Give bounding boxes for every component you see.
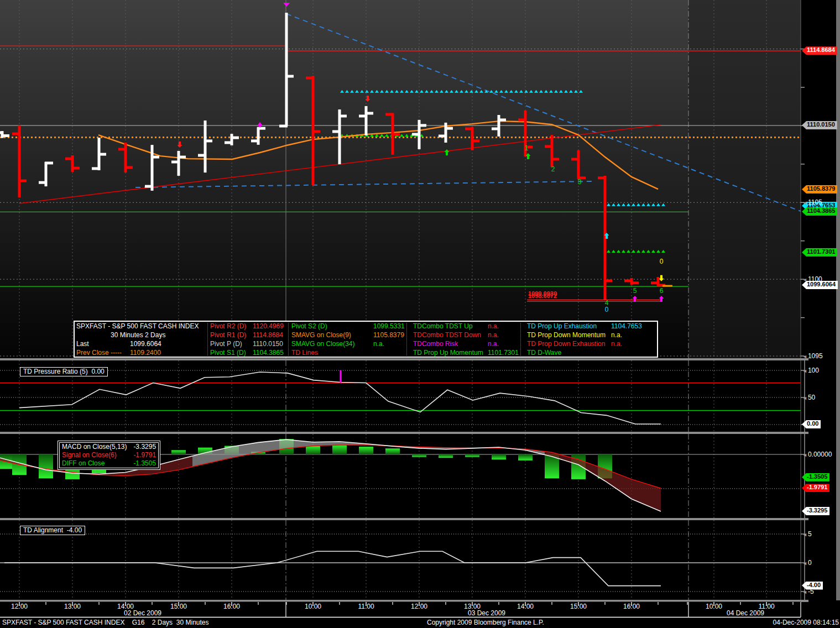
- macd-legend-value: -3.3295: [133, 443, 156, 451]
- td-alignment-title: TD Alignment: [23, 526, 63, 534]
- axis-price-label: ◄1100: [802, 275, 822, 283]
- legend-divider: [207, 323, 208, 355]
- chart-background: [0, 0, 801, 358]
- time-axis-label: 13:00: [64, 603, 81, 610]
- axis-price-label: ◄1105: [802, 198, 822, 206]
- pressure-axis-label: ◄50: [802, 394, 815, 401]
- svg-text:0: 0: [605, 306, 609, 313]
- macd-legend-value: -1.3505: [133, 459, 156, 468]
- legend-smavg-label: TD Lines: [291, 349, 318, 357]
- axis-price-tag: 1101.7301: [802, 248, 837, 257]
- legend-pivot-value: 1114.8684: [253, 331, 283, 339]
- legend-smavg-label: SMAVG on Close(9): [291, 331, 351, 339]
- legend-tdprop-label: TD Prop Down Momentum: [527, 331, 606, 339]
- axis-arrow-icon: ◄: [802, 452, 807, 458]
- axis-arrow-icon: ◄: [802, 200, 807, 206]
- alignment-axis-label: ◄5: [802, 530, 812, 538]
- axis-price-tag: 1114.8684: [802, 46, 837, 55]
- legend-tdcombo-value: n.a.: [488, 340, 499, 348]
- td-alignment-label: TD Alignment -4.00: [20, 526, 85, 535]
- axis-price-label: ◄1095: [802, 352, 823, 360]
- legend-pivot-value: 1104.3865: [253, 349, 284, 357]
- macd-legend: MACD on Close(5,13)-3.3295Signal on Clos…: [58, 441, 160, 470]
- axis-arrow-icon: ◄: [802, 561, 807, 566]
- panel-separators: [0, 358, 808, 602]
- legend-prevclose-value: 1109.2400: [130, 349, 161, 357]
- macd-axis-label: ◄0.00000: [802, 451, 832, 458]
- axis-arrow-icon: ◄: [802, 532, 807, 537]
- alignment-axis-label: ◄0: [802, 559, 812, 567]
- legend-smavg-label: SMAVG on Close(34): [291, 340, 355, 348]
- axis-price-tag: 1110.0150: [802, 121, 837, 129]
- legend-symbol: SPXFAST - S&P 500 FAST CASH INDEX: [76, 322, 199, 331]
- clock-text: 04-Dec-2009 08:14:15: [773, 619, 839, 628]
- legend-tdprop-label: TD Prop Up Exhaustion: [527, 322, 597, 331]
- time-axis-label: 11:00: [358, 603, 374, 610]
- legend-tdcombo-label: TDCombo TDST Down: [413, 331, 481, 339]
- legend-tdcombo-value: n.a.: [488, 331, 499, 339]
- time-axis-label: 10:00: [706, 603, 722, 610]
- macd-legend-label: MACD on Close(5,13): [62, 443, 127, 451]
- legend-tdcombo-label: TD Prop Up Momentum: [413, 349, 483, 357]
- time-axis-label: 15:00: [570, 603, 587, 610]
- legend-divider: [288, 323, 289, 355]
- legend-last-value: 1099.6064: [130, 340, 161, 348]
- svg-text:1099.0930: 1099.0930: [528, 290, 557, 297]
- macd-legend-row: Signal on Close(6)-1.9791: [62, 451, 156, 459]
- legend-pivot-value: 1120.4969: [253, 322, 284, 331]
- svg-text:0: 0: [660, 258, 664, 265]
- macd-axis-tag: -1.9791: [802, 484, 829, 492]
- axis-arrow-icon: ◄: [802, 589, 807, 595]
- legend-prevclose-label: Prev Close -----: [76, 349, 122, 357]
- macd-legend-label: DIFF on Close: [62, 459, 105, 468]
- macd-legend-row: DIFF on Close-1.3505: [62, 459, 156, 468]
- date-axis-label: 02 Dec 2009: [124, 609, 161, 617]
- pressure-axis-label: ◄100: [802, 367, 819, 374]
- time-axis-label: 15:00: [170, 603, 187, 610]
- td-alignment-value: -4.00: [67, 526, 82, 534]
- macd-legend-label: Signal on Close(6): [62, 451, 117, 459]
- time-axis-label: 10:00: [305, 603, 321, 610]
- legend-smavg-label: Pivot S2 (D): [291, 322, 327, 331]
- pressure-panel: [0, 370, 801, 425]
- legend-tdprop-label: TD Prop Down Exhaustion: [527, 340, 605, 348]
- terminal-chart-window: 1098.60721099.093012340560 SPXFAST - S&P…: [0, 0, 840, 628]
- legend-pivot-label: Pivot R2 (D): [210, 322, 246, 331]
- right-scroll-strip[interactable]: [836, 0, 840, 600]
- legend-pivot-label: Pivot P (D): [210, 340, 242, 348]
- date-axis-label: 03 Dec 2009: [468, 609, 505, 617]
- legend-smavg-value: n.a.: [373, 340, 384, 348]
- date-axis-label: 04 Dec 2009: [727, 609, 764, 617]
- legend-divider: [406, 323, 407, 355]
- pressure-ratio-title: TD Pressure Ratio (5): [23, 368, 88, 375]
- svg-text:3: 3: [578, 178, 582, 186]
- svg-text:1: 1: [525, 144, 529, 152]
- legend-tdcombo-value: 1101.7301: [488, 349, 519, 357]
- main-legend: SPXFAST - S&P 500 FAST CASH INDEX 30 Min…: [74, 321, 658, 358]
- legend-tdcombo-label: TDCombo TDST Up: [413, 322, 473, 331]
- legend-tdcombo-value: n.a.: [488, 322, 499, 331]
- legend-smavg-value: 1099.5331: [373, 322, 405, 331]
- time-axis-label: 14:00: [517, 603, 534, 610]
- price-axis-ticks: [801, 49, 805, 600]
- time-axis-label: 12:00: [11, 603, 28, 610]
- legend-interval: 30 Minutes 2 Days: [111, 331, 165, 339]
- legend-tdprop-label: TD D-Wave: [527, 349, 561, 357]
- legend-pivot-label: Pivot S1 (D): [210, 349, 246, 357]
- time-axis-label: 16:00: [223, 603, 240, 610]
- axis-price-tag: 1104.3865: [802, 207, 837, 216]
- alignment-axis-tag: -4.00: [802, 582, 823, 590]
- legend-divider: [520, 323, 521, 355]
- axis-arrow-icon: ◄: [802, 277, 807, 282]
- axis-arrow-icon: ◄: [802, 354, 807, 359]
- copyright-text: Copyright 2009 Bloomberg Finance L.P.: [427, 619, 544, 628]
- svg-text:2: 2: [551, 165, 555, 173]
- legend-tdcombo-label: TDCombo Risk: [413, 340, 458, 348]
- pressure-ratio-value: 0.00: [91, 368, 104, 375]
- legend-tdprop-value: n.a.: [611, 340, 622, 348]
- legend-tdprop-value: 1104.7653: [611, 322, 642, 331]
- legend-smavg-value: 1105.8379: [373, 331, 404, 339]
- axis-price-tag: 1105.8379: [802, 185, 837, 193]
- svg-text:6: 6: [660, 287, 664, 295]
- time-axis-label: 16:00: [623, 603, 640, 610]
